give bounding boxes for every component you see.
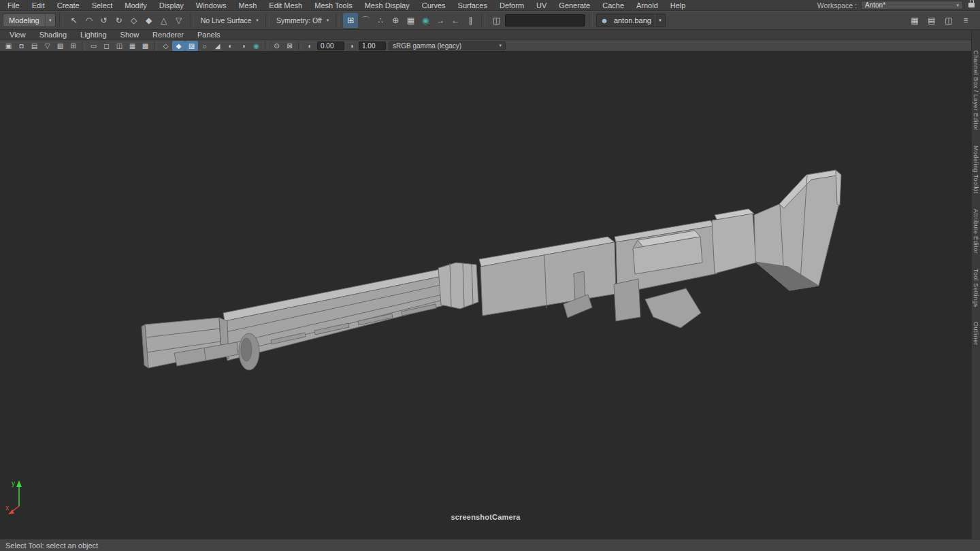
anti-aliasing-icon[interactable]: ◉ [250, 41, 263, 51]
modeling-toolkit-icon[interactable]: ▦ [907, 13, 922, 28]
camera-lock-icon[interactable]: ◘ [15, 41, 28, 51]
panel-menu-panels[interactable]: Panels [191, 30, 227, 39]
exposure-field[interactable]: 0.00 [317, 41, 344, 50]
panel-menu-shading[interactable]: Shading [33, 30, 74, 39]
textured-icon[interactable]: ▨ [185, 41, 198, 51]
account-dropdown[interactable]: ☻ anton.bang ▾ [596, 14, 666, 27]
snap-to-projected-center-icon[interactable]: ⊕ [388, 13, 403, 28]
smooth-shade-icon[interactable]: ◆ [172, 41, 185, 51]
menu-cache[interactable]: Cache [596, 0, 630, 10]
resolution-gate-icon[interactable]: ◻ [100, 41, 113, 51]
account-name: anton.bang [610, 16, 655, 24]
xray-icon[interactable]: ⊠ [283, 41, 296, 51]
menu-create[interactable]: Create [51, 0, 86, 10]
menu-arnold[interactable]: Arnold [630, 0, 664, 10]
isolate-select-icon[interactable]: ⊙ [270, 41, 283, 51]
safe-action-icon[interactable]: ▩ [139, 41, 152, 51]
lasso-select-icon[interactable]: ◠ [82, 13, 97, 28]
panel-toolbar: ▣◘▤▽▧⊞ ▭◻◫▦▩ ◇◆▨☼◢◐◑◉ ⊙⊠ ◐ 0.00 ◑ 1.00 s… [0, 40, 971, 52]
make-live-icon[interactable]: ◉ [418, 13, 433, 28]
menu-select[interactable]: Select [86, 0, 119, 10]
symmetry-dropdown[interactable]: Symmetry: Off ▾ [273, 14, 332, 27]
menu-deform[interactable]: Deform [493, 0, 530, 10]
tab-outliner[interactable]: Outliner [973, 322, 979, 346]
icon-glyph: ⊕ [392, 16, 399, 25]
camera-attributes-icon[interactable]: ▤ [28, 41, 41, 51]
menu-curves[interactable]: Curves [416, 0, 452, 10]
occlusion-icon[interactable]: ◐ [224, 41, 237, 51]
field-chart-icon[interactable]: ▦ [126, 41, 139, 51]
quick-selection-input[interactable] [505, 14, 585, 27]
menu-edit[interactable]: Edit [26, 0, 51, 10]
menu-uv[interactable]: UV [530, 0, 553, 10]
use-all-lights-icon[interactable]: ☼ [198, 41, 211, 51]
snap-to-grid-icon[interactable]: ⊞ [343, 13, 358, 28]
tool-settings-icon[interactable]: ◫ [941, 13, 956, 28]
channel-box-icon[interactable]: ≡ [958, 13, 973, 28]
gate-mask-icon[interactable]: ◫ [113, 41, 126, 51]
menu-set-dropdown[interactable]: Modeling ▾ [3, 14, 56, 27]
two-pane-layout-icon[interactable]: ◫ [489, 13, 504, 28]
menu-mesh-display[interactable]: Mesh Display [359, 0, 416, 10]
menu-display[interactable]: Display [153, 0, 190, 10]
attribute-editor-icon[interactable]: ▤ [924, 13, 939, 28]
view-transform-dropdown[interactable]: sRGB gamma (legacy) ▾ [389, 41, 506, 50]
menu-label: Edit Mesh [269, 1, 302, 10]
icon-glyph: ▦ [407, 16, 414, 25]
menu-windows[interactable]: Windows [190, 0, 233, 10]
workspace-lock-icon[interactable] [968, 3, 975, 7]
tab-attribute-editor[interactable]: Attribute Editor [973, 209, 979, 254]
panel-menu-view[interactable]: View [3, 30, 33, 39]
paint-select-icon[interactable]: ↺ [97, 13, 112, 28]
menu-mesh-tools[interactable]: Mesh Tools [308, 0, 358, 10]
rifle-model[interactable] [0, 52, 971, 539]
menu-surfaces[interactable]: Surfaces [452, 0, 493, 10]
menu-mesh[interactable]: Mesh [232, 0, 263, 10]
gamma-icon[interactable]: ◑ [345, 41, 358, 51]
camera-bookmarks-icon[interactable]: ▽ [41, 41, 54, 51]
exposure-icon[interactable]: ◐ [304, 41, 316, 51]
panel-menu-renderer[interactable]: Renderer [146, 30, 191, 39]
input-connections-icon[interactable]: → [433, 13, 448, 28]
output-connections-icon[interactable]: ← [448, 13, 463, 28]
snap-to-point-icon[interactable]: ∴ [373, 13, 388, 28]
rifle-muzzle-group [142, 318, 238, 368]
film-gate-icon[interactable]: ▭ [87, 41, 100, 51]
menu-help[interactable]: Help [664, 0, 692, 10]
pan-zoom-icon[interactable]: ⊞ [67, 41, 80, 51]
snap-to-curve-icon[interactable]: ⌒ [358, 13, 373, 28]
sidebar-toggle-icon-group: ▦▤◫≡ [907, 13, 977, 28]
select-object-mode-icon[interactable]: ◇ [127, 13, 142, 28]
wireframe-icon[interactable]: ◇ [159, 41, 172, 51]
select-hierarchy-icon[interactable]: △ [157, 13, 172, 28]
chevron-down-icon: ▾ [45, 14, 55, 27]
tab-channel-box-layer-editor[interactable]: Channel Box / Layer Editor [973, 50, 979, 131]
panel-menu-show[interactable]: Show [114, 30, 146, 39]
motion-blur-icon[interactable]: ◑ [237, 41, 250, 51]
camera-icon-group: ▣◘▤▽▧⊞ [2, 41, 80, 51]
pause-viewport-icon[interactable]: ∥ [463, 13, 478, 28]
snap-to-view-plane-icon[interactable]: ▦ [403, 13, 418, 28]
side-tab-label: Channel Box / Layer Editor [973, 50, 979, 131]
select-camera-icon[interactable]: ▣ [2, 41, 15, 51]
panel-menu-lighting[interactable]: Lighting [74, 30, 114, 39]
menu-modify[interactable]: Modify [118, 0, 152, 10]
shadows-icon[interactable]: ◢ [211, 41, 224, 51]
marquee-select-icon[interactable]: ↻ [112, 13, 127, 28]
3d-viewport[interactable]: y x screenshotCamera [0, 52, 971, 539]
menu-edit-mesh[interactable]: Edit Mesh [263, 0, 308, 10]
live-surface-dropdown[interactable]: No Live Surface ▾ [197, 14, 262, 27]
image-plane-icon[interactable]: ▧ [54, 41, 67, 51]
icon-glyph: ▦ [129, 42, 135, 50]
select-highlight-icon[interactable]: ▽ [172, 13, 186, 28]
menu-file[interactable]: File [1, 0, 26, 10]
menu-label: Generate [559, 1, 590, 10]
select-tool-icon[interactable]: ↖ [67, 13, 82, 28]
gamma-field[interactable]: 1.00 [359, 41, 386, 50]
workspace-dropdown[interactable]: Anton* ▾ [861, 1, 963, 10]
tab-modeling-toolkit[interactable]: Modeling Toolkit [973, 146, 979, 194]
menu-generate[interactable]: Generate [553, 0, 596, 10]
menu-label: Edit [32, 1, 45, 10]
select-component-mode-icon[interactable]: ◆ [142, 13, 157, 28]
tab-tool-settings[interactable]: Tool Settings [973, 269, 979, 307]
